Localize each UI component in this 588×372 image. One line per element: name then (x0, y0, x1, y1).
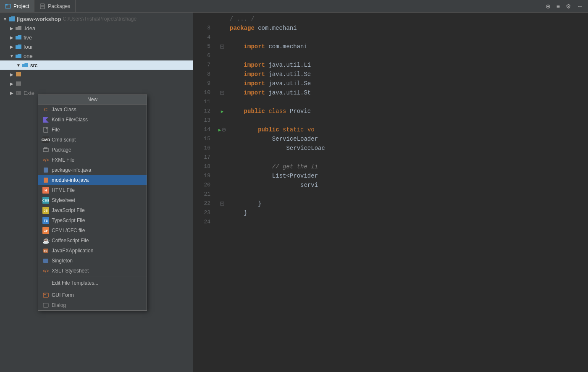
menu-item-coffeescript[interactable]: ☕ CoffeeScript File (38, 236, 147, 246)
gutter-7 (216, 60, 228, 70)
ln-15: 15 (193, 134, 213, 144)
code-line-9: import java.util.Se (228, 79, 588, 88)
one-arrow: ▼ (8, 54, 15, 58)
tab-bar: Project Packages ⊕ ≡ ⚙ ← (0, 0, 588, 13)
gutter-8 (216, 70, 228, 79)
javafx-label: JavaFXApplication (52, 248, 93, 254)
tab-packages[interactable]: Packages (34, 0, 76, 12)
html-icon: H (42, 187, 49, 194)
gutter-20 (216, 181, 228, 190)
menu-item-edit-templates[interactable]: Edit File Templates... (38, 278, 147, 288)
code-line-7: import java.util.Li (228, 60, 588, 70)
tree-item-four[interactable]: ▶ four (0, 42, 193, 51)
menu-item-package[interactable]: Package (38, 145, 147, 155)
gutter-17 (216, 153, 228, 162)
gutter-10[interactable] (216, 88, 228, 97)
four-arrow: ▶ (8, 45, 15, 49)
css-icon: CSS (42, 197, 49, 204)
menu-item-javascript[interactable]: JS JavaScript File (38, 205, 147, 215)
stylesheet-label: Stylesheet (52, 197, 75, 203)
tab-action-back[interactable]: ← (575, 2, 585, 10)
ln-19: 19 (193, 171, 213, 181)
dialog-icon (42, 302, 49, 309)
tree-item-src[interactable]: ▼ src (0, 60, 193, 70)
gutter-18 (216, 162, 228, 171)
tab-action-settings[interactable]: ⚙ (564, 2, 573, 10)
cfml-label: CFML/CFC file (52, 228, 85, 233)
java-class-icon: C (42, 106, 49, 113)
ln-7: 7 (193, 60, 213, 70)
code-line-3: package com.mechani (228, 24, 588, 33)
gutter: ▶ ▶ (216, 13, 228, 372)
menu-item-module-info[interactable]: module-info.java (38, 175, 147, 185)
menu-item-stylesheet[interactable]: CSS Stylesheet (38, 195, 147, 205)
ln-21: 21 (193, 190, 213, 199)
menu-item-file[interactable]: File (38, 125, 147, 135)
root-arrow: ▼ (2, 17, 8, 21)
gutter-11 (216, 97, 228, 107)
menu-item-package-info[interactable]: package-info.java (38, 165, 147, 175)
tree-root[interactable]: ▼ jigsaw-workshop C:\Users\Trisha\Projec… (0, 14, 193, 24)
fxml-label: FXML File (52, 157, 74, 163)
gutter-21 (216, 190, 228, 199)
code-line-4 (228, 33, 588, 42)
coffeescript-label: CoffeeScript File (52, 238, 89, 244)
ln-12: 12 (193, 107, 213, 116)
tree-item-five[interactable]: ▶ five (0, 33, 193, 42)
gutter-9 (216, 79, 228, 88)
ln-dots (193, 14, 213, 24)
root-folder-icon (8, 16, 15, 22)
menu-item-fxml[interactable]: </> FXML File (38, 155, 147, 165)
menu-header: New (38, 95, 147, 105)
menu-item-kotlin-class[interactable]: Kotlin File/Class (38, 115, 147, 125)
svg-rect-20 (43, 303, 48, 307)
menu-item-singleton[interactable]: Singleton (38, 256, 147, 266)
gutter-5[interactable] (216, 42, 228, 51)
tree-item-idea[interactable]: ▶ .idea (0, 24, 193, 33)
ln-23: 23 (193, 208, 213, 217)
ln-18: 18 (193, 162, 213, 171)
edit-templates-label: Edit File Templates... (52, 280, 98, 286)
javafx-icon: FX (42, 247, 49, 254)
tab-project[interactable]: Project (0, 0, 34, 12)
gutter-14: ▶ (216, 125, 228, 134)
html-label: HTML File (52, 187, 75, 193)
menu-item-xslt[interactable]: </> XSLT Stylesheet (38, 266, 147, 276)
ln-8: 8 (193, 70, 213, 79)
tree-item-extra1[interactable]: ▶ (0, 70, 193, 79)
code-editor: 3 4 5 6 7 8 9 10 11 12 13 14 15 16 17 18… (193, 13, 588, 372)
kotlin-class-icon (42, 116, 49, 123)
ln-24: 24 (193, 217, 213, 227)
extra2-icon (15, 81, 22, 86)
dialog-label: Dialog (52, 302, 66, 308)
file-label: File (52, 127, 60, 133)
menu-item-cmd-script[interactable]: CMD Cmd script (38, 135, 147, 145)
ln-4: 4 (193, 33, 213, 42)
code-line-16: ServiceLoac (228, 144, 588, 153)
menu-item-typescript[interactable]: TS TypeScript File (38, 215, 147, 225)
tab-action-menu[interactable]: ≡ (555, 2, 562, 10)
ln-3: 3 (193, 24, 213, 33)
idea-folder-icon (15, 25, 22, 31)
code-line-20: servi (228, 181, 588, 190)
ln-14: 14 (193, 125, 213, 134)
code-line-23: } (228, 208, 588, 217)
svg-rect-19 (44, 294, 46, 295)
menu-item-dialog[interactable]: Dialog (38, 300, 147, 310)
root-path: C:\Users\Trisha\Projects\trishage (63, 16, 136, 22)
one-label: one (24, 53, 33, 59)
tab-action-expand[interactable]: ⊕ (544, 2, 552, 10)
menu-item-cfml[interactable]: CF CFML/CFC file (38, 225, 147, 236)
code-line-10: import java.util.St (228, 88, 588, 97)
menu-item-javafx[interactable]: FX JavaFXApplication (38, 246, 147, 256)
kotlin-class-label: Kotlin File/Class (52, 117, 88, 123)
fxml-icon: </> (42, 157, 49, 163)
menu-item-java-class[interactable]: C Java Class (38, 105, 147, 115)
tree-item-one[interactable]: ▼ one (0, 51, 193, 60)
tree-item-extra2[interactable]: ▶ (0, 79, 193, 88)
svg-rect-1 (5, 4, 8, 5)
menu-item-gui-form[interactable]: GUI Form (38, 290, 147, 300)
menu-item-html[interactable]: H HTML File (38, 185, 147, 195)
gutter-22[interactable] (216, 199, 228, 208)
svg-rect-14 (44, 178, 48, 183)
